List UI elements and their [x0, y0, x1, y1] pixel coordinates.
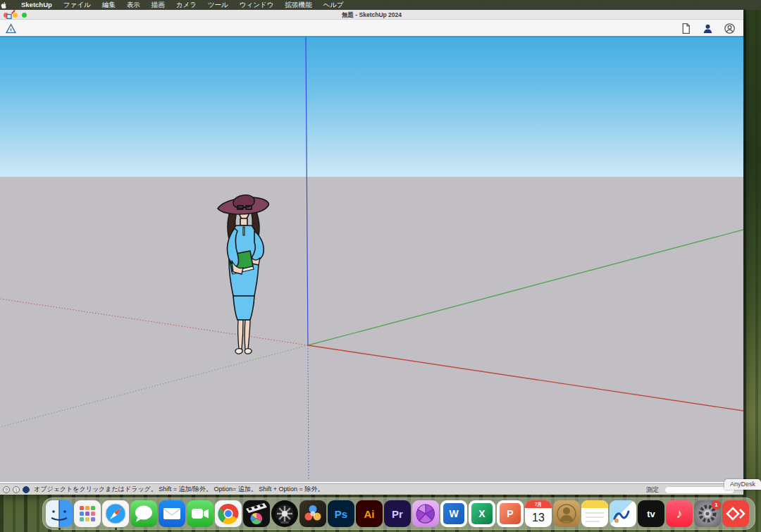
dock-messages[interactable]: [130, 500, 157, 527]
dock-premiere[interactable]: Pr: [384, 500, 411, 527]
geolocation-icon[interactable]: [23, 486, 30, 493]
calendar-day: 13: [532, 508, 545, 527]
settings-badge: 1: [712, 500, 721, 509]
dock-notes[interactable]: [581, 500, 608, 527]
dock-finder[interactable]: [46, 500, 73, 527]
running-indicator-safari: [115, 528, 117, 530]
measurement-label: 測定: [646, 485, 659, 495]
dock-calendar[interactable]: 7月13: [525, 500, 552, 527]
status-bar: ? i オブジェクトをクリックまたはドラッグ。 Shift = 追加/除外。 O…: [0, 483, 743, 495]
window-title: 無題 - SketchUp 2024: [0, 10, 743, 20]
sketchup-window: 無題 - SketchUp 2024 ▾▾▾▾A: [0, 10, 743, 495]
menu-item-4[interactable]: 描画: [146, 1, 171, 8]
menu-sketchup[interactable]: SketchUp: [16, 1, 58, 8]
new-document-button[interactable]: [679, 21, 693, 35]
menu-item-5[interactable]: カメラ: [171, 1, 202, 8]
dock-powerpoint[interactable]: P: [497, 500, 524, 527]
dock-appletv[interactable]: tv: [638, 500, 664, 527]
dock-affinity[interactable]: [412, 500, 439, 527]
menu-item-3[interactable]: 表示: [121, 1, 146, 8]
dock-music[interactable]: ♪: [666, 500, 693, 527]
drawing-axes: [0, 37, 743, 482]
dock-word[interactable]: W: [440, 500, 467, 527]
title-bar: 無題 - SketchUp 2024: [0, 10, 743, 20]
dock-illustrator[interactable]: Ai: [356, 500, 383, 527]
info-icon[interactable]: i: [13, 486, 20, 493]
dock-excel[interactable]: X: [469, 500, 495, 527]
apple-menu-icon[interactable]: [0, 1, 16, 9]
dock-safari[interactable]: [102, 500, 129, 527]
menu-bar: SketchUpファイル編集表示描画カメラツールウィンドウ拡張機能ヘルプ: [0, 0, 761, 10]
dock-chrome[interactable]: [215, 500, 242, 527]
menu-item-8[interactable]: 拡張機能: [279, 1, 317, 8]
dock-contacts[interactable]: [553, 500, 580, 527]
menu-item-1[interactable]: ファイル: [58, 1, 97, 8]
running-indicator-finder: [58, 528, 61, 530]
model-viewport[interactable]: [0, 37, 743, 482]
account-button[interactable]: [723, 21, 737, 35]
dock-photoshop[interactable]: Ps: [328, 500, 354, 527]
menu-item-6[interactable]: ツール: [202, 1, 234, 8]
anydesk-overlay-tab[interactable]: AnyDesk: [724, 479, 761, 490]
menu-item-9[interactable]: ヘルプ: [317, 1, 349, 8]
dock-finalcut[interactable]: [243, 500, 270, 527]
dock-anydesk[interactable]: [722, 500, 749, 527]
menu-item-7[interactable]: ウィンドウ: [234, 1, 280, 8]
tape-measure-tool[interactable]: [4, 22, 18, 36]
status-hint: オブジェクトをクリックまたはドラッグ。 Shift = 追加/除外。 Optio…: [34, 485, 323, 494]
dock: PsAiPrWXP7月13tv♪1: [42, 497, 755, 530]
calendar-month: 7月: [525, 500, 552, 508]
dock-freeform[interactable]: [610, 500, 636, 527]
collaborate-button[interactable]: [701, 21, 715, 35]
menu-item-2[interactable]: 編集: [97, 1, 121, 8]
dock-video-player[interactable]: [271, 500, 298, 527]
help-icon[interactable]: ?: [3, 486, 10, 493]
dock-settings[interactable]: 1: [694, 500, 721, 527]
scale-figure-woman[interactable]: [209, 182, 280, 359]
toolbar: ▾▾▾▾A: [0, 20, 743, 37]
dock-launchpad[interactable]: [74, 500, 101, 527]
dock-davinci-resolve[interactable]: [299, 500, 326, 527]
desktop-wallpaper: SketchUpファイル編集表示描画カメラツールウィンドウ拡張機能ヘルプ 無題 …: [0, 0, 761, 532]
dock-mail[interactable]: [159, 500, 185, 527]
dock-facetime[interactable]: [187, 500, 214, 527]
